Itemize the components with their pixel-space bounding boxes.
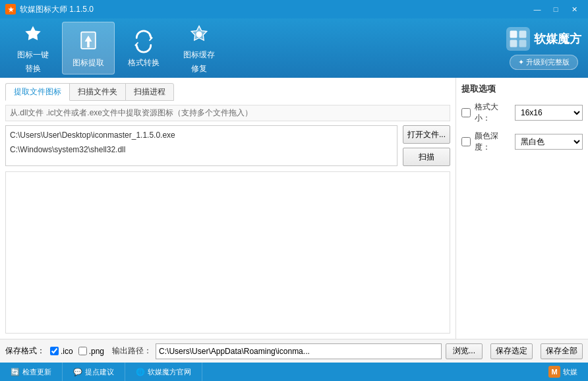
browse-button[interactable]: 浏览... — [446, 343, 483, 359]
tool-icon-extract[interactable]: 图标提取 — [62, 22, 115, 74]
save-selected-button[interactable]: 保存选定 — [490, 343, 533, 359]
open-file-button[interactable]: 打开文件... — [403, 125, 450, 144]
color-depth-checkbox[interactable] — [461, 137, 471, 146]
brand-area: 软媒魔方 ✦ 升级到完整版 — [506, 27, 581, 70]
tab-scan-progress[interactable]: 扫描进程 — [125, 83, 174, 101]
file-input-area: C:\Users\User\Desktop\iconmaster_1.1.5.0… — [5, 125, 450, 166]
footer-bar: 🔄 检查更新 💬 提点建议 🌐 软媒魔方官网 M 软媒 — [0, 363, 588, 381]
tool-icon-repair[interactable]: 图标缓存 修复 — [173, 22, 225, 74]
status-bar: 保存格式： .ico .png 输出路径： 浏览... 保存选定 保存全部 — [0, 339, 588, 363]
update-icon: 🔄 — [11, 368, 20, 376]
png-checkbox[interactable] — [78, 347, 87, 355]
upgrade-button[interactable]: ✦ 升级到完整版 — [510, 55, 578, 70]
tool-format-convert[interactable]: 格式转换 — [117, 22, 170, 74]
color-depth-select[interactable]: 黑白色 16色 256色 真彩色 — [515, 134, 583, 150]
tool-label-repair1: 图标缓存 — [183, 49, 215, 61]
save-all-button[interactable]: 保存全部 — [541, 343, 583, 359]
png-label: .png — [89, 347, 104, 356]
brand-name: 软媒魔方 — [534, 31, 581, 47]
tab-bar: 提取文件图标 扫描文件夹 扫描进程 — [5, 83, 450, 101]
svg-rect-5 — [519, 40, 527, 47]
footer-suggest[interactable]: 💬 提点建议 — [63, 363, 125, 381]
brand-logo-icon — [506, 27, 530, 51]
option-color-depth: 颜色深度： 黑白色 16色 256色 真彩色 — [461, 131, 583, 153]
output-path-area: 输出路径： 浏览... — [112, 343, 483, 359]
svg-rect-2 — [510, 30, 517, 38]
icon-extract-icon — [75, 28, 102, 55]
format-convert-icon — [131, 28, 157, 55]
png-format-option: .png — [78, 347, 104, 356]
save-format: 保存格式： .ico .png — [5, 345, 104, 357]
right-panel-title: 提取选项 — [461, 83, 583, 95]
footer-brand[interactable]: M 软媒 — [538, 366, 588, 378]
main-content: 提取文件图标 扫描文件夹 扫描进程 从.dll文件 .icl文件或者.exe文件… — [0, 78, 588, 339]
file-action-buttons: 打开文件... 扫描 — [403, 125, 450, 166]
tool-icon-replace[interactable]: 图标一键 替换 — [7, 22, 59, 74]
toolbar: 图标一键 替换 图标提取 格式转换 — [0, 18, 588, 78]
tab-extract-file[interactable]: 提取文件图标 — [5, 83, 70, 101]
save-format-label: 保存格式： — [5, 345, 45, 357]
tool-label-extract: 图标提取 — [73, 57, 104, 69]
footer-check-update[interactable]: 🔄 检查更新 — [0, 363, 63, 381]
right-panel: 提取选项 格式大小： 16x16 32x32 48x48 64x64 128x1… — [456, 78, 588, 339]
ico-format-option: .ico — [50, 347, 73, 356]
ico-label: .ico — [61, 347, 73, 356]
icon-repair-icon — [186, 22, 212, 47]
svg-rect-3 — [519, 30, 527, 38]
icon-replace-icon — [20, 22, 46, 47]
output-path-label: 输出路径： — [112, 345, 152, 357]
file-list[interactable]: C:\Users\User\Desktop\iconmaster_1.1.5.0… — [5, 125, 397, 166]
suggest-icon: 💬 — [73, 368, 82, 376]
svg-point-1 — [196, 32, 202, 38]
tool-label-repair2: 修复 — [191, 63, 207, 74]
title-bar: ★ 软媒图标大师 1.1.5.0 — □ ✕ — [0, 0, 588, 18]
tool-label-replace: 图标一键 — [17, 49, 49, 61]
format-size-select[interactable]: 16x16 32x32 48x48 64x64 128x128 256x256 — [515, 105, 583, 121]
icon-display-area[interactable] — [5, 171, 450, 334]
option-format-size: 格式大小： 16x16 32x32 48x48 64x64 128x128 25… — [461, 102, 583, 124]
tool-label-replace2: 替换 — [25, 63, 41, 74]
footer-m-icon: M — [548, 366, 560, 378]
tool-label-convert: 格式转换 — [128, 57, 160, 69]
format-size-label: 格式大小： — [475, 102, 511, 124]
tab-scan-folder[interactable]: 扫描文件夹 — [69, 83, 126, 101]
ico-checkbox[interactable] — [50, 347, 59, 355]
maximize-button[interactable]: □ — [547, 3, 564, 16]
output-path-input[interactable] — [156, 343, 442, 359]
title-bar-left: ★ 软媒图标大师 1.1.5.0 — [5, 4, 94, 15]
app-title: 软媒图标大师 1.1.5.0 — [20, 4, 94, 15]
brand-logo: 软媒魔方 — [506, 27, 581, 51]
hint-text: 从.dll文件 .icl文件或者.exe文件中提取资源图标（支持多个文件拖入） — [5, 105, 450, 121]
color-depth-label: 颜色深度： — [475, 131, 511, 153]
svg-rect-4 — [510, 40, 517, 47]
format-size-checkbox[interactable] — [461, 108, 471, 117]
close-button[interactable]: ✕ — [566, 3, 583, 16]
scan-button[interactable]: 扫描 — [403, 148, 450, 166]
app-icon: ★ — [5, 4, 16, 15]
site-icon: 🌐 — [136, 368, 145, 376]
minimize-button[interactable]: — — [529, 3, 546, 16]
footer-official-site[interactable]: 🌐 软媒魔方官网 — [125, 363, 202, 381]
window-controls: — □ ✕ — [529, 3, 583, 16]
left-panel: 提取文件图标 扫描文件夹 扫描进程 从.dll文件 .icl文件或者.exe文件… — [0, 78, 456, 339]
